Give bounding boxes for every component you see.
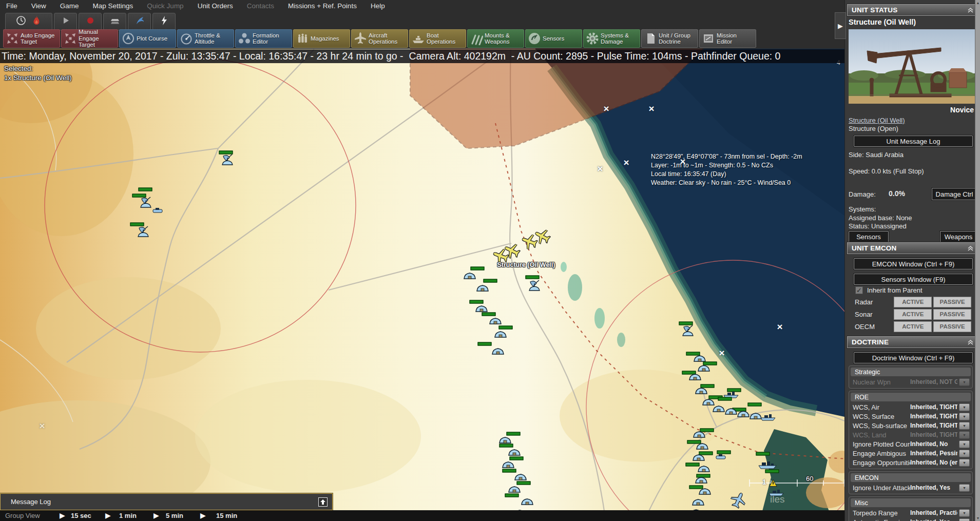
facility-icon[interactable] xyxy=(688,373,702,381)
facility-icon[interactable] xyxy=(696,442,709,450)
emcon-window-button[interactable]: EMCON Window (Ctrl + F9) xyxy=(854,258,973,269)
unknown-contact-x-icon[interactable]: × xyxy=(603,103,609,114)
layers-button[interactable] xyxy=(103,13,126,30)
record-button[interactable] xyxy=(79,13,102,30)
message-log-bar[interactable]: Message Log xyxy=(0,493,333,510)
group-view-toggle[interactable]: Group View xyxy=(5,510,40,521)
time-step-5-min[interactable]: 5 min xyxy=(166,510,183,521)
oecm-passive-button[interactable]: PASSIVE xyxy=(933,321,971,332)
doctrine-dropdown-button[interactable]: ▼ xyxy=(959,403,970,411)
facility-icon[interactable] xyxy=(498,436,512,444)
facility-icon[interactable] xyxy=(697,364,710,372)
sonar-active-button[interactable]: ACTIVE xyxy=(894,309,932,320)
damage-ctrl-button[interactable]: Damage Ctrl xyxy=(932,188,977,200)
ribbon-formation-editor[interactable]: Formation Editor xyxy=(235,29,292,48)
bolt-button[interactable] xyxy=(152,13,176,30)
unit-status-header[interactable]: UNIT STATUS xyxy=(847,4,978,16)
ribbon-systems-damage[interactable]: Systems & Damage xyxy=(583,29,640,48)
unit-db-link[interactable]: Structure (Oil Well) xyxy=(849,117,905,124)
facility-icon[interactable] xyxy=(475,304,488,313)
facility-icon[interactable] xyxy=(712,404,725,413)
facility-icon[interactable] xyxy=(508,448,521,456)
facility-icon[interactable] xyxy=(695,387,708,395)
facility-icon[interactable] xyxy=(463,272,476,280)
doctrine-dropdown-button[interactable]: ▼ xyxy=(959,413,970,420)
unknown-contact-x-icon[interactable]: × xyxy=(597,163,603,175)
doctrine-dropdown-button[interactable]: ▼ xyxy=(959,440,970,448)
facility-icon[interactable] xyxy=(693,430,706,438)
tactical-map[interactable] xyxy=(0,43,844,521)
facility-icon[interactable] xyxy=(476,284,489,292)
jump-button[interactable] xyxy=(128,13,151,30)
radar-site-icon[interactable] xyxy=(528,279,541,292)
facility-icon[interactable] xyxy=(514,473,527,481)
warning-icon[interactable] xyxy=(769,479,777,487)
ribbon-plot-course[interactable]: Plot Course xyxy=(119,29,176,48)
menu-file[interactable]: File xyxy=(6,2,17,10)
ship-icon[interactable] xyxy=(758,461,777,469)
sidebar-scrollbar[interactable]: ▲ ▼ xyxy=(975,0,980,521)
facility-icon[interactable] xyxy=(508,485,521,493)
vehicle-icon[interactable] xyxy=(715,454,726,460)
doctrine-dropdown-button[interactable]: ▼ xyxy=(959,518,970,521)
ribbon-auto-engage-target[interactable]: Auto Engage Target xyxy=(3,29,60,48)
radar-passive-button[interactable]: PASSIVE xyxy=(933,297,971,307)
unknown-contact-x-icon[interactable]: × xyxy=(39,420,45,432)
facility-icon[interactable] xyxy=(698,487,712,495)
menu-help[interactable]: Help xyxy=(371,2,385,10)
facility-icon[interactable] xyxy=(695,476,708,484)
ribbon-mission-editor[interactable]: Mission Editor xyxy=(699,29,756,48)
ribbon-boat-operations[interactable]: Boat Operations xyxy=(409,29,466,48)
radar-active-button[interactable]: ACTIVE xyxy=(894,297,932,307)
facility-icon[interactable] xyxy=(489,317,502,325)
ribbon-magazines[interactable]: Magazines xyxy=(293,29,350,48)
sensors-button[interactable]: Sensors xyxy=(849,231,889,242)
weapons-button[interactable]: Weapons xyxy=(940,231,977,242)
sonar-passive-button[interactable]: PASSIVE xyxy=(933,309,971,320)
menu-missions-ref-points[interactable]: Missions + Ref. Points xyxy=(288,2,357,10)
scroll-up-icon[interactable]: ▲ xyxy=(975,1,980,5)
clock-flame-button[interactable] xyxy=(5,13,52,30)
inherit-from-parent-checkbox[interactable]: ✓ xyxy=(855,286,863,294)
doctrine-dropdown-button[interactable]: ▼ xyxy=(959,509,970,517)
time-step-15-sec[interactable]: 15 sec xyxy=(71,510,91,521)
oecm-active-button[interactable]: ACTIVE xyxy=(894,321,932,332)
doctrine-header[interactable]: DOCTRINE xyxy=(847,336,978,348)
aircraft-icon[interactable] xyxy=(731,492,746,509)
time-step-15-min[interactable]: 15 min xyxy=(216,510,237,521)
facility-icon[interactable] xyxy=(724,407,738,415)
facility-icon[interactable] xyxy=(491,347,505,355)
ribbon-throttle-altitude[interactable]: Throttle & Altitude xyxy=(177,29,234,48)
unknown-contact-x-icon[interactable]: × xyxy=(623,157,629,168)
doctrine-dropdown-button[interactable]: ▼ xyxy=(959,450,970,457)
menu-map-settings[interactable]: Map Settings xyxy=(93,2,133,10)
unit-message-log-button[interactable]: Unit Message Log xyxy=(854,136,973,147)
sidebar-collapse-button[interactable]: ▶ xyxy=(835,12,846,39)
facility-icon[interactable] xyxy=(692,453,705,461)
ribbon-manual-engage-target[interactable]: Manual Engage Target xyxy=(61,29,118,48)
unknown-contact-x-icon[interactable]: × xyxy=(648,103,654,114)
scroll-down-icon[interactable]: ▼ xyxy=(975,516,980,520)
message-log-expand-button[interactable] xyxy=(318,497,328,507)
unknown-contact-x-icon[interactable]: × xyxy=(777,321,782,333)
aircraft-icon[interactable] xyxy=(535,228,550,245)
unit-emcon-header[interactable]: UNIT EMCON xyxy=(847,242,978,254)
facility-icon[interactable] xyxy=(502,460,515,469)
facility-icon[interactable] xyxy=(494,330,507,338)
facility-icon[interactable] xyxy=(521,497,534,506)
ribbon-unit-group-doctrine[interactable]: Unit / Group Doctrine xyxy=(641,29,698,48)
menu-game[interactable]: Game xyxy=(60,2,79,10)
ribbon-mounts-weapons[interactable]: Mounts & Weapons xyxy=(467,29,524,48)
facility-icon[interactable] xyxy=(697,465,710,473)
radar-site-icon[interactable] xyxy=(681,324,695,337)
ribbon-sensors[interactable]: Sensors xyxy=(525,29,582,48)
facility-icon[interactable] xyxy=(737,410,750,418)
doctrine-dropdown-button[interactable]: ▼ xyxy=(959,484,970,492)
ribbon-aircraft-operations[interactable]: Aircraft Operations xyxy=(351,29,408,48)
play-button[interactable] xyxy=(54,13,77,30)
radar-site-icon[interactable] xyxy=(139,196,152,208)
time-step-1-min[interactable]: 1 min xyxy=(119,510,137,521)
doctrine-dropdown-button[interactable]: ▼ xyxy=(959,422,970,430)
sensors-window-button[interactable]: Sensors Window (F9) xyxy=(854,274,973,285)
doctrine-window-button[interactable]: Doctrine Window (Ctrl + F9) xyxy=(854,352,973,363)
